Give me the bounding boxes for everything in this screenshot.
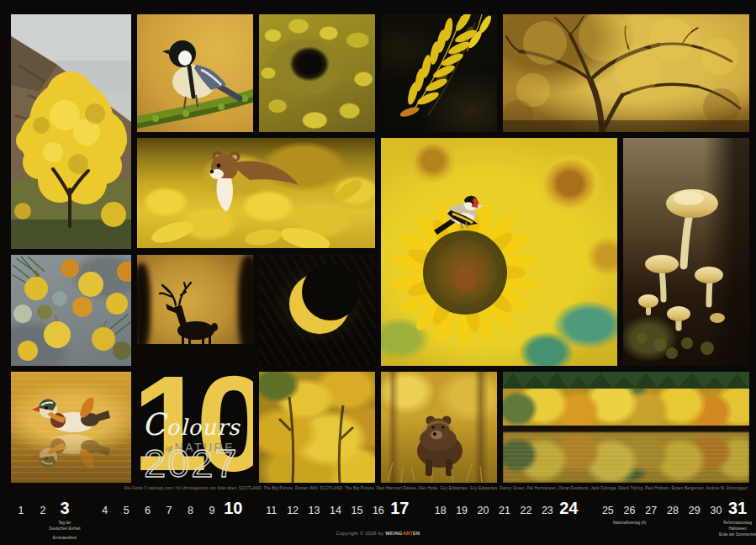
calendar-day-12: 12 [282, 502, 303, 517]
calendar-day-10: 10 [223, 500, 244, 517]
day-number: 28 [667, 505, 679, 516]
day-number: 9 [209, 505, 214, 516]
day-number: 6 [145, 505, 151, 516]
photo-great-tit [137, 14, 253, 132]
date-strip: 123Tag derDeutschen EinheitErntedankfest… [0, 495, 756, 545]
calendar-day-27: 27 [640, 502, 662, 517]
calendar-day-30: 30 [706, 502, 727, 517]
photo-ash-leaves [381, 14, 497, 132]
week-4: 18192021222324 [430, 500, 579, 517]
calendar-day-19: 19 [451, 502, 472, 517]
day-number: 20 [478, 505, 489, 516]
day-number: 21 [499, 505, 510, 516]
holiday-label: Tag derDeutschen EinheitErntedankfest [45, 520, 84, 541]
calendar-year: 2027 [144, 440, 239, 483]
calendar-day-15: 15 [346, 502, 367, 517]
day-number: 5 [124, 505, 130, 516]
calendar-day-13: 13 [304, 502, 325, 517]
day-number: 23 [542, 505, 553, 516]
day-number: 1 [19, 505, 24, 516]
calendar-day-6: 6 [137, 502, 158, 517]
calendar-day-14: 14 [325, 502, 346, 517]
calendar-day-7: 7 [158, 502, 179, 517]
calendar-day-17: 17 [389, 500, 410, 517]
calendar-page: 10 Colours ofNATURE 2027 [0, 0, 756, 545]
conifer-strip-illustration [503, 372, 749, 389]
photo-mushrooms [623, 138, 749, 366]
photo-moss-cavity [259, 14, 375, 132]
stag-illustration [137, 255, 253, 366]
calendar-day-3: 3Tag derDeutschen EinheitErntedankfest [54, 500, 76, 517]
mandarin-duck-illustration [11, 372, 131, 483]
water-sheen [503, 432, 749, 483]
holiday-label: ReformationstagHalloweenEnde der Sommerz… [718, 520, 756, 537]
calendar-day-26: 26Nationalfeiertag (A) [619, 502, 641, 517]
calendar-day-23: 23 [537, 502, 558, 517]
calendar-day-21: 21 [494, 502, 515, 517]
day-number: 16 [373, 505, 384, 516]
photo-autumn-foliage [259, 372, 375, 483]
calendar-day-31: 31ReformationstagHalloweenEnde der Somme… [727, 500, 748, 517]
sunflower-illustration [381, 138, 617, 366]
stoat-illustration [137, 138, 375, 248]
calendar-day-25: 25 [597, 502, 619, 517]
calendar-day-18: 18 [430, 502, 451, 517]
photo-stag-silhouette [137, 255, 253, 366]
day-number: 3 [60, 500, 69, 516]
photo-credits: Alle Fotos © naturepl.com / Im Uhrzeiger… [124, 486, 748, 490]
day-number: 27 [645, 505, 657, 516]
day-number: 13 [309, 505, 320, 516]
crescent-moon-illustration [259, 255, 375, 366]
photo-autumn-tree [11, 14, 131, 249]
calendar-title: Colours [142, 407, 241, 442]
day-number: 18 [435, 505, 447, 516]
mushrooms-illustration [623, 138, 749, 366]
photo-golden-tree [503, 14, 749, 132]
day-number: 7 [167, 505, 172, 516]
calendar-day-16: 16 [367, 502, 389, 517]
day-number: 11 [266, 505, 277, 516]
autumn-tree-illustration [11, 14, 131, 249]
day-number: 15 [351, 505, 362, 516]
golden-tree-illustration [503, 14, 749, 132]
week-1: 123Tag derDeutschen EinheitErntedankfest [10, 500, 76, 517]
great-tit-illustration [137, 14, 253, 132]
calendar-day-20: 20 [473, 502, 494, 517]
photo-crescent-moon [259, 255, 375, 366]
day-number: 8 [188, 505, 193, 516]
calendar-day-11: 11 [261, 502, 282, 517]
brown-bear-illustration [381, 372, 497, 483]
day-number: 4 [102, 505, 108, 516]
day-number: 31 [728, 500, 747, 516]
photo-fallen-leaves [11, 255, 131, 366]
holiday-label: Nationalfeiertag (A) [611, 520, 649, 526]
photo-mandarin-duck [11, 372, 131, 483]
week-5: 2526Nationalfeiertag (A)2728293031Reform… [597, 500, 748, 517]
week-2: 45678910 [94, 500, 244, 517]
week-3: 11121314151617 [261, 500, 410, 517]
day-number: 22 [520, 505, 531, 516]
day-number: 10 [224, 500, 242, 516]
ash-leaves-illustration [381, 14, 497, 132]
day-number: 17 [390, 500, 409, 516]
day-number: 19 [456, 505, 468, 516]
photo-brown-bear [381, 372, 497, 483]
calendar-day-29: 29 [684, 502, 706, 517]
tree-cavity-shape [289, 46, 330, 82]
calendar-day-22: 22 [515, 502, 537, 517]
day-number: 12 [287, 505, 299, 516]
day-number: 24 [559, 500, 578, 516]
calendar-day-1: 1 [10, 502, 32, 517]
day-number: 14 [330, 505, 341, 516]
day-number: 30 [710, 505, 722, 516]
fallen-leaves-illustration [11, 255, 131, 366]
calendar-day-28: 28 [662, 502, 684, 517]
calendar-day-9: 9 [201, 502, 222, 517]
calendar-day-4: 4 [94, 502, 115, 517]
calendar-day-5: 5 [115, 502, 136, 517]
photo-stoat [137, 138, 375, 248]
photo-lake-reflection [503, 372, 749, 483]
day-number: 2 [40, 505, 46, 516]
day-number: 25 [602, 505, 614, 516]
autumn-foliage-illustration [259, 372, 375, 483]
